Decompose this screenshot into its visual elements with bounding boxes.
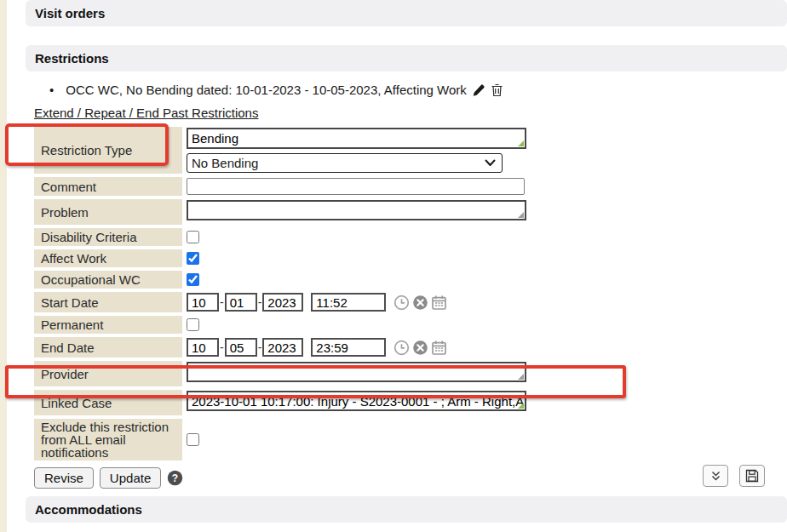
chevron-down-icon [485, 159, 496, 167]
form-row-start-date: Start Date - - [34, 292, 527, 312]
section-title: Accommodations [35, 502, 142, 517]
permanent-label: Permanent [34, 316, 182, 334]
affect-work-label: Affect Work [34, 249, 182, 267]
clear-date-icon[interactable] [412, 340, 428, 356]
save-floppy-icon [745, 469, 759, 483]
restriction-type-label: Restriction Type [34, 127, 182, 174]
clock-icon[interactable] [394, 340, 410, 356]
form-row-provider: Provider [34, 361, 527, 386]
start-year-input[interactable] [262, 293, 303, 312]
restriction-summary-text: OCC WC, No Bending dated: 10-01-2023 - 1… [66, 83, 467, 97]
restriction-form: Restriction Type No Bending Comment Prob… [34, 123, 527, 464]
help-icon[interactable]: ? [167, 470, 183, 486]
date-separator: - [220, 340, 224, 354]
permanent-checkbox[interactable] [187, 318, 199, 331]
occupational-wc-label: Occupational WC [34, 271, 182, 289]
date-separator: - [220, 295, 224, 309]
update-button[interactable]: Update [100, 467, 161, 489]
comment-input[interactable] [187, 178, 525, 195]
section-title: Visit orders [35, 6, 105, 20]
form-row-exclude-email: Exclude this restriction from ALL email … [34, 419, 527, 460]
section-header-visit-orders: Visit orders [26, 0, 787, 26]
end-day-input[interactable] [225, 338, 257, 357]
form-row-linked-case: Linked Case [34, 390, 527, 415]
linked-case-label: Linked Case [34, 390, 182, 415]
end-year-input[interactable] [262, 338, 303, 357]
restriction-list-item: • OCC WC, No Bending dated: 10-01-2023 -… [49, 83, 787, 97]
form-row-occupational-wc: Occupational WC [34, 271, 527, 289]
calendar-icon[interactable] [431, 295, 447, 311]
start-month-input[interactable] [187, 293, 219, 312]
start-date-label: Start Date [34, 292, 182, 312]
resize-handle[interactable] [518, 140, 524, 146]
edit-icon[interactable] [472, 83, 485, 97]
start-time-input[interactable] [311, 293, 386, 312]
affect-work-checkbox[interactable] [187, 252, 199, 265]
exclude-email-label: Exclude this restriction from ALL email … [34, 419, 182, 460]
end-date-label: End Date [34, 337, 182, 358]
delete-icon[interactable] [491, 83, 503, 97]
linked-case-field[interactable] [187, 391, 526, 411]
form-row-problem: Problem [34, 199, 527, 225]
exclude-email-checkbox[interactable] [187, 433, 199, 446]
form-row-comment: Comment [34, 177, 527, 196]
calendar-icon[interactable] [431, 340, 447, 356]
resize-handle[interactable] [518, 403, 524, 409]
disability-criteria-checkbox[interactable] [187, 231, 199, 243]
restriction-type-select[interactable]: No Bending [187, 153, 503, 173]
double-chevron-down-icon [709, 470, 722, 482]
section-title: Restrictions [35, 51, 109, 66]
restriction-type-selected: No Bending [192, 156, 258, 170]
resize-handle[interactable] [518, 212, 524, 218]
problem-field[interactable] [187, 200, 526, 220]
clear-date-icon[interactable] [412, 295, 428, 311]
extend-repeat-end-link[interactable]: Extend / Repeat / End Past Restrictions [34, 106, 258, 120]
collapse-button[interactable] [703, 465, 728, 487]
form-row-end-date: End Date - - [34, 337, 527, 358]
bullet-marker: • [49, 83, 54, 97]
clock-icon[interactable] [394, 295, 410, 311]
svg-text:?: ? [172, 472, 178, 484]
start-day-input[interactable] [225, 293, 257, 312]
restriction-category-field[interactable] [187, 128, 526, 149]
revise-button[interactable]: Revise [34, 467, 94, 489]
date-separator: - [258, 340, 262, 354]
comment-label: Comment [34, 177, 182, 196]
form-row-disability-criteria: Disability Criteria [34, 228, 527, 246]
provider-field[interactable] [187, 362, 526, 382]
form-row-permanent: Permanent [34, 316, 527, 334]
left-margin-strip [0, 0, 7, 532]
form-row-restriction-type: Restriction Type No Bending [34, 127, 527, 174]
form-row-affect-work: Affect Work [34, 249, 527, 267]
section-header-restrictions: Restrictions [26, 45, 787, 72]
end-month-input[interactable] [187, 338, 219, 357]
section-header-accommodations: Accommodations [26, 496, 787, 523]
occupational-wc-checkbox[interactable] [187, 273, 199, 286]
provider-label: Provider [34, 361, 182, 386]
end-time-input[interactable] [311, 338, 386, 357]
resize-handle[interactable] [518, 374, 524, 380]
problem-label: Problem [34, 199, 182, 225]
save-button[interactable] [739, 465, 765, 487]
date-separator: - [258, 295, 262, 309]
disability-criteria-label: Disability Criteria [34, 228, 182, 246]
